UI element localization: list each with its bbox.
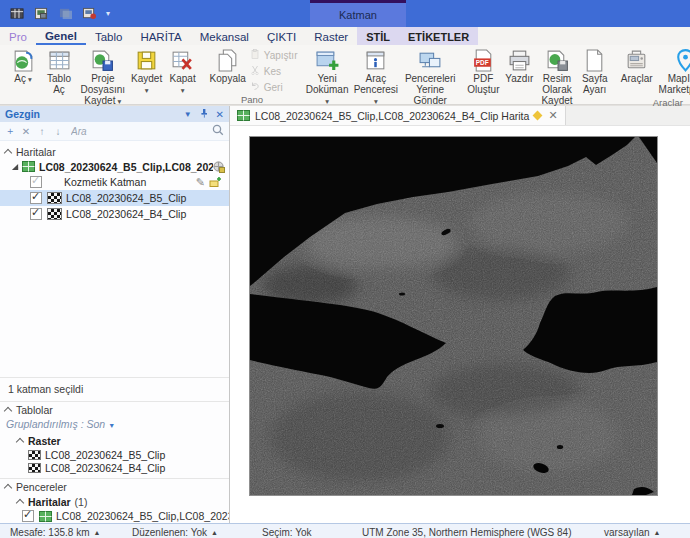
raster-table-icon: [28, 463, 41, 473]
save-workspace-icon[interactable]: [82, 7, 97, 20]
ribbon-group-dosya: Aç Tablo Aç Proje Dosyasını Kaydet Kayde…: [2, 45, 204, 104]
subsection-haritalar[interactable]: Haritalar (1): [0, 494, 229, 509]
layer-selection-status: 1 katman seçildi: [0, 378, 229, 401]
save-button[interactable]: Kaydet: [129, 46, 165, 97]
ribbon-tab-row: Pro Genel Tablo HARİTA Mekansal ÇIKTI Ra…: [0, 27, 690, 45]
page-setup-button[interactable]: Sayfa Ayarı: [577, 46, 613, 97]
tab-tablo[interactable]: Tablo: [86, 27, 132, 45]
marketplace-button[interactable]: MapInfo Marketplace: [655, 46, 690, 97]
collapse-chevron-icon: [4, 406, 12, 414]
open-table-icon: [47, 47, 72, 74]
status-caret-icon: ▲: [211, 529, 218, 536]
tab-stil[interactable]: STİL: [357, 27, 399, 45]
status-style[interactable]: varsayılan ▲: [598, 524, 667, 538]
save-as-image-button[interactable]: Resim Olarak Kaydet: [537, 46, 576, 107]
tree-expander-icon[interactable]: [12, 163, 18, 169]
paste-button: Yapıştır: [249, 48, 298, 62]
layer-row-kozmetik[interactable]: Kozmetik Katman ✎: [0, 174, 229, 190]
tab-raster[interactable]: Raster: [305, 27, 357, 45]
table-item-b5[interactable]: LC08_20230624_B5_Clip: [0, 448, 229, 461]
open-button[interactable]: Aç: [5, 46, 41, 86]
titlebar: ▾ Katman: [0, 0, 690, 27]
ribbon-group-araclar: Araçlar MapInfo Marketplace Araçlar: [616, 45, 690, 104]
explorer-panel: Gezgin ▼ ✕ ＋ ✕ ↑ ↓: [0, 106, 230, 523]
layer-row-b5[interactable]: LC08_20230624_B5_Clip: [0, 190, 229, 206]
window-checkbox[interactable]: [22, 510, 34, 522]
map-icon: [237, 110, 250, 121]
status-selection[interactable]: Seçim: Yok: [256, 524, 356, 538]
grouping-selector[interactable]: Gruplandırılmış : Son ▼: [0, 417, 229, 433]
tab-close-icon[interactable]: ✕: [546, 109, 557, 122]
new-table-icon[interactable]: [10, 7, 25, 20]
layer-checkbox[interactable]: [30, 176, 42, 188]
tools-button[interactable]: Araçlar: [619, 46, 655, 86]
move-up-icon: ↑: [37, 126, 47, 137]
open-table-button[interactable]: Tablo Aç: [41, 46, 77, 97]
group-raster[interactable]: Raster: [0, 433, 229, 448]
layer-checkbox[interactable]: [30, 208, 42, 220]
undo-button: Geri: [249, 80, 298, 94]
remove-icon[interactable]: ✕: [21, 126, 31, 137]
close-table-button[interactable]: Kapat: [165, 46, 201, 97]
tab-harita[interactable]: HARİTA: [131, 27, 190, 45]
section-tablolar[interactable]: Tablolar: [0, 402, 229, 417]
save-project-button[interactable]: Proje Dosyasını Kaydet: [77, 46, 129, 107]
document-tab-title: LC08_20230624_B5_Clip,LC08_20230624_B4_C…: [255, 110, 529, 122]
status-projection[interactable]: UTM Zone 35, Northern Hemisphere (WGS 84…: [356, 524, 598, 538]
mapinfo-pro-window: ▾ Katman Pro Genel Tablo HARİTA Mekansal…: [0, 0, 690, 538]
tab-cikti[interactable]: ÇIKTI: [258, 27, 305, 45]
map-window: [230, 126, 690, 523]
section-pencereler[interactable]: Pencereler: [0, 479, 229, 494]
layer-checkbox[interactable]: [30, 192, 42, 204]
window-item-map[interactable]: LC08_20230624_B5_Clip,LC08_20230624_B4_C…: [0, 509, 229, 523]
open-map-icon: [11, 47, 36, 74]
status-distance[interactable]: Mesafe: 135.8 km ▲: [4, 524, 126, 538]
add-icon[interactable]: ＋: [5, 124, 15, 138]
search-input[interactable]: [69, 125, 212, 138]
collapse-chevron-icon: [16, 498, 24, 506]
edit-layer-icon[interactable]: ✎: [196, 176, 205, 189]
open-window-icon[interactable]: [34, 7, 49, 20]
contextual-group-label: Katman: [310, 3, 406, 27]
close-icon[interactable]: ✕: [216, 109, 224, 120]
pin-icon[interactable]: [199, 108, 209, 120]
page-setup-icon: [582, 47, 607, 74]
tab-etiketler[interactable]: ETİKETLER: [399, 27, 478, 45]
undo-icon: [249, 80, 261, 94]
explorer-toolbar: ＋ ✕ ↑ ↓: [0, 122, 229, 141]
cut-button: Kes: [249, 64, 298, 78]
contextual-tab-group: Katman: [310, 0, 406, 27]
add-layer-icon[interactable]: [209, 176, 221, 188]
dock-windows-icon: [418, 47, 443, 74]
status-editing[interactable]: Düzenlenen: Yok ▲: [126, 524, 256, 538]
dock-windows-button[interactable]: Pencereleri Yerine Gönder: [401, 46, 459, 107]
search-icon[interactable]: [212, 124, 224, 138]
tools-icon: [624, 47, 649, 74]
tab-mekansal[interactable]: Mekansal: [191, 27, 258, 45]
save-icon: [134, 47, 159, 74]
tab-pro[interactable]: Pro: [0, 27, 36, 45]
map-node[interactable]: LC08_20230624_B5_Clip,LC08_20230624_...: [0, 159, 229, 174]
tool-window-button[interactable]: Araç Penceresi: [351, 46, 401, 107]
document-tab[interactable]: LC08_20230624_B5_Clip,LC08_20230624_B4_C…: [230, 106, 566, 125]
map-options-icon[interactable]: [213, 161, 225, 173]
tab-genel[interactable]: Genel: [36, 27, 86, 45]
new-document-button[interactable]: Yeni Doküman: [303, 46, 350, 107]
cut-icon: [249, 64, 261, 78]
map-canvas-image[interactable]: [249, 136, 658, 496]
quick-access-customize-caret[interactable]: ▾: [106, 9, 110, 18]
status-caret-icon: ▲: [93, 529, 100, 536]
main-area: Gezgin ▼ ✕ ＋ ✕ ↑ ↓: [0, 105, 690, 523]
document-tab-strip: LC08_20230624_B5_Clip,LC08_20230624_B4_C…: [230, 106, 690, 126]
print-button[interactable]: Yazdır: [501, 46, 537, 86]
search-box: [69, 124, 224, 138]
section-haritalar[interactable]: Haritalar: [0, 144, 229, 159]
create-pdf-button[interactable]: PDF Oluştur: [465, 46, 501, 97]
raster-layer-icon: [47, 192, 62, 204]
chevron-down-icon[interactable]: ▼: [184, 110, 192, 119]
table-item-b4[interactable]: LC08_20230624_B4_Clip: [0, 461, 229, 474]
explorer-tree: Haritalar LC08_20230624_B5_Clip,LC08_202…: [0, 141, 229, 222]
copy-button[interactable]: Kopyala: [207, 46, 249, 86]
contextual-tabs: STİL ETİKETLER: [357, 27, 478, 45]
layer-row-b4[interactable]: LC08_20230624_B4_Clip: [0, 206, 229, 222]
